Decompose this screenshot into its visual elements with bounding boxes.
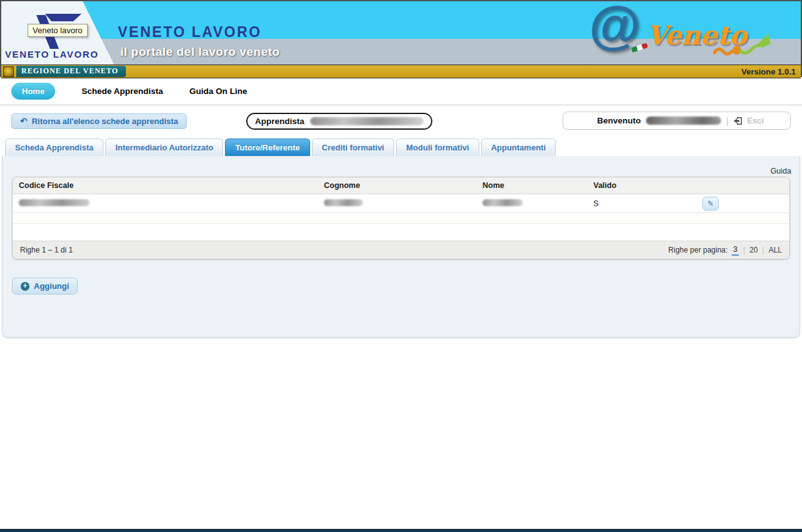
tab-moduli-formativi[interactable]: Moduli formativi xyxy=(396,138,479,156)
nav-item-guida-on-line[interactable]: Guida On Line xyxy=(189,86,247,96)
redacted-codice-fiscale xyxy=(19,199,90,206)
main-nav: Home Schede Apprendista Guida On Line xyxy=(0,77,802,105)
empty-table-row xyxy=(13,213,789,224)
back-button-label: Ritorna all'elenco schede apprendista xyxy=(32,117,179,126)
per-page-option-20[interactable]: 20 xyxy=(749,246,758,254)
plus-icon: + xyxy=(21,282,29,291)
guida-link[interactable]: Guida xyxy=(771,167,791,175)
redacted-apprendista-name xyxy=(310,117,424,125)
page-header: Veneto lavoro VENETO LAVORO VENETO LAVOR… xyxy=(0,0,802,77)
per-page-option-all[interactable]: ALL xyxy=(769,246,782,254)
logout-icon[interactable] xyxy=(733,116,743,126)
redacted-nome xyxy=(482,199,523,206)
region-bar: REGIONE DEL VENETO Versione 1.0.1 xyxy=(1,65,801,78)
apprendista-field: Apprendista xyxy=(246,113,432,130)
column-header-cognome: Cognome xyxy=(318,181,476,190)
tab-content-panel: Guida Codice Fiscale Cognome Nome Valido… xyxy=(2,155,800,338)
edit-row-button[interactable]: ✎ xyxy=(702,197,719,211)
per-page-option-3[interactable]: 3 xyxy=(732,245,739,256)
back-arrow-icon: ↶ xyxy=(20,117,28,125)
welcome-separator: | xyxy=(726,116,729,126)
rows-info: Righe 1 – 1 di 1 xyxy=(20,246,73,254)
logo-caption: VENETO LAVORO xyxy=(5,49,98,60)
redacted-username xyxy=(646,117,721,125)
logo-tooltip: Veneto lavoro xyxy=(28,24,88,37)
version-label: Versione 1.0.1 xyxy=(741,67,796,76)
back-to-list-button[interactable]: ↶ Ritorna all'elenco schede apprendista xyxy=(11,113,187,129)
column-header-nome: Nome xyxy=(476,181,587,190)
bottom-border-bar xyxy=(0,529,802,532)
regione-veneto-lion-icon xyxy=(3,66,14,77)
tab-scheda-apprendista[interactable]: Scheda Apprendista xyxy=(5,138,103,156)
rows-per-page-pager: Righe per pagina: 3 | 20 | ALL xyxy=(669,245,782,256)
growth-arrow-icon xyxy=(713,31,771,61)
table-row: S ✎ xyxy=(13,194,789,213)
pager-separator: | xyxy=(743,246,745,254)
tab-intermediario-autorizzato[interactable]: Intermediario Autorizzato xyxy=(105,138,223,156)
column-header-codice-fiscale: Codice Fiscale xyxy=(13,181,318,190)
tab-appuntamenti[interactable]: Appuntamenti xyxy=(481,138,556,156)
tab-strip: Scheda Apprendista Intermediario Autoriz… xyxy=(0,137,802,156)
table-footer: Righe 1 – 1 di 1 Righe per pagina: 3 | 2… xyxy=(13,241,789,259)
tutore-table: Codice Fiscale Cognome Nome Valido S ✎ R… xyxy=(12,177,790,259)
nav-item-home[interactable]: Home xyxy=(11,83,55,100)
valido-value: S xyxy=(587,199,696,208)
apprendista-label: Apprendista xyxy=(255,117,305,126)
pager-separator: | xyxy=(763,246,764,254)
nav-item-schede-apprendista[interactable]: Schede Apprendista xyxy=(81,86,163,96)
column-header-valido: Valido xyxy=(587,181,696,190)
rows-per-page-label: Righe per pagina: xyxy=(669,246,728,254)
aggiungi-button-label: Aggiungi xyxy=(34,281,69,291)
tab-tutore-referente[interactable]: Tutore/Referente xyxy=(225,138,310,156)
aggiungi-button[interactable]: + Aggiungi xyxy=(12,278,78,295)
table-header-row: Codice Fiscale Cognome Nome Valido xyxy=(13,177,789,194)
regione-veneto-label[interactable]: REGIONE DEL VENETO xyxy=(16,66,126,77)
empty-table-row xyxy=(13,224,789,241)
co-veneto-logo: @ Veneto xyxy=(589,4,777,63)
page-subtitle: il portale del lavoro veneto xyxy=(120,45,280,59)
welcome-label: Benvenuto xyxy=(597,116,641,125)
logout-link[interactable]: Esci xyxy=(747,116,764,125)
welcome-box: Benvenuto | Esci xyxy=(563,112,791,130)
pencil-icon: ✎ xyxy=(707,199,714,208)
redacted-cognome xyxy=(324,199,363,206)
tab-crediti-formativi[interactable]: Crediti formativi xyxy=(312,138,395,156)
toolbar-row: ↶ Ritorna all'elenco schede apprendista … xyxy=(0,105,802,137)
page-title: VENETO LAVORO xyxy=(118,24,262,41)
